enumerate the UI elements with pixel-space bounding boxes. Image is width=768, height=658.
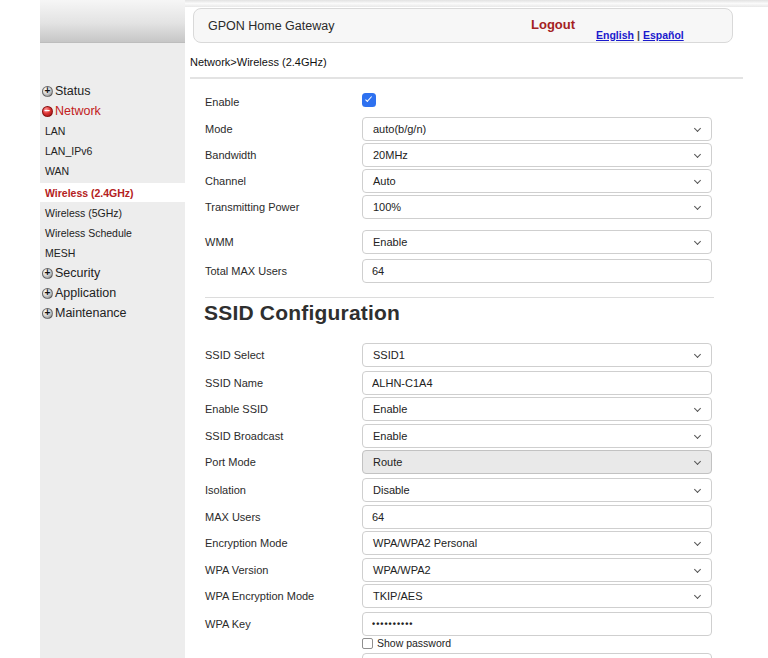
chevron-down-icon — [694, 458, 701, 465]
form-row-bandwidth: Bandwidth 20MHz — [205, 143, 715, 167]
sidebar-header-band — [40, 0, 185, 43]
show-password-checkbox[interactable] — [362, 638, 373, 649]
enable-checkbox[interactable] — [362, 93, 376, 107]
sidebar-item-wireless-2-4ghz[interactable]: Wireless (2.4GHz) — [40, 183, 185, 202]
bandwidth-select[interactable]: 20MHz — [362, 143, 712, 167]
sidebar-item-application[interactable]: Application — [40, 283, 185, 303]
form-row-enable-ssid: Enable SSID Enable — [205, 397, 715, 421]
field-label: WMM — [205, 230, 234, 254]
section-divider — [205, 297, 714, 298]
gateway-title: GPON Home Gateway — [208, 9, 334, 43]
sidebar-item-mesh[interactable]: MESH — [40, 243, 185, 263]
encryption-mode-select[interactable]: WPA/WPA2 Personal — [362, 531, 712, 555]
form-row-channel: Channel Auto — [205, 169, 715, 193]
sidebar-item-wan[interactable]: WAN — [40, 161, 185, 181]
plus-sphere-icon — [42, 308, 53, 319]
wpa-version-select[interactable]: WPA/WPA2 — [362, 558, 712, 582]
enable-ssid-select[interactable]: Enable — [362, 397, 712, 421]
sidebar-item-security[interactable]: Security — [40, 263, 185, 283]
sidebar-item-lan-ipv6[interactable]: LAN_IPv6 — [40, 141, 185, 161]
chevron-down-icon — [694, 432, 701, 439]
sidebar-item-label: WAN — [45, 165, 69, 177]
checkmark-icon — [365, 95, 372, 103]
logout-link[interactable]: Logout — [531, 9, 575, 40]
ssid-broadcast-select[interactable]: Enable — [362, 424, 712, 448]
top-strip — [185, 0, 768, 7]
field-label: Enable SSID — [205, 397, 268, 421]
form-row-wpa-key: WPA Key — [205, 612, 715, 636]
show-password-label: Show password — [377, 637, 451, 650]
form-row-port-mode: Port Mode Route — [205, 450, 715, 474]
field-label: Channel — [205, 169, 246, 193]
ssid-name-input[interactable] — [362, 371, 712, 395]
chevron-down-icon — [694, 238, 701, 245]
chevron-down-icon — [694, 203, 701, 210]
language-spanish-link[interactable]: Español — [643, 29, 684, 41]
max-users-input[interactable] — [362, 505, 712, 529]
sidebar-item-label: LAN — [45, 125, 65, 137]
sidebar-item-network[interactable]: Network — [40, 101, 185, 121]
sidebar-item-label: Application — [55, 286, 116, 300]
ssid-configuration-heading: SSID Configuration — [204, 301, 400, 325]
mode-select[interactable]: auto(b/g/n) — [362, 117, 712, 141]
field-label: Total MAX Users — [205, 259, 287, 283]
minus-sphere-icon — [42, 106, 53, 117]
form-row-show-password: Show password — [205, 637, 715, 650]
form-row-transmitting-power: Transmitting Power 100% — [205, 195, 715, 219]
total-max-users-input[interactable] — [362, 259, 712, 283]
chevron-down-icon — [694, 566, 701, 573]
wpa-key-input[interactable] — [362, 612, 712, 636]
wireless-settings-page: Status Network LAN LAN_IPv6 WAN Wireless… — [0, 0, 768, 658]
chevron-down-icon — [694, 351, 701, 358]
sidebar-item-lan[interactable]: LAN — [40, 121, 185, 141]
isolation-select[interactable]: Disable — [362, 478, 712, 502]
field-label: Enable — [205, 90, 239, 114]
field-label: Isolation — [205, 478, 246, 502]
field-label: Transmitting Power — [205, 195, 299, 219]
wpa-encryption-mode-select[interactable]: TKIP/AES — [362, 584, 712, 608]
plus-sphere-icon — [42, 268, 53, 279]
form-row-total-max-users: Total MAX Users — [205, 259, 715, 283]
plus-sphere-icon — [42, 86, 53, 97]
sidebar-item-label: Maintenance — [55, 306, 127, 320]
form-row-ssid-broadcast: SSID Broadcast Enable — [205, 424, 715, 448]
sidebar-item-wireless-schedule[interactable]: Wireless Schedule — [40, 223, 185, 243]
section-divider — [190, 77, 743, 79]
wmm-select[interactable]: Enable — [362, 230, 712, 254]
form-row-isolation: Isolation Disable — [205, 478, 715, 502]
field-label: MAX Users — [205, 505, 261, 529]
language-switcher: English|Español — [596, 29, 684, 41]
field-label: Encryption Mode — [205, 531, 288, 555]
sidebar-item-label: Wireless (5GHz) — [45, 207, 122, 219]
form-row-mode: Mode auto(b/g/n) — [205, 117, 715, 141]
form-row-wmm: WMM Enable — [205, 230, 715, 254]
breadcrumb: Network>Wireless (2.4GHz) — [190, 56, 327, 68]
sidebar-item-label: Wireless (2.4GHz) — [45, 187, 134, 199]
form-row-ssid-name: SSID Name — [205, 371, 715, 395]
chevron-down-icon — [694, 125, 701, 132]
next-field-partial-input[interactable] — [362, 653, 712, 658]
sidebar-menu: Status Network LAN LAN_IPv6 WAN Wireless… — [40, 81, 185, 323]
field-label: SSID Name — [205, 371, 263, 395]
form-row-max-users: MAX Users — [205, 505, 715, 529]
language-english-link[interactable]: English — [596, 29, 634, 41]
field-label: Mode — [205, 117, 233, 141]
field-label: WPA Encryption Mode — [205, 584, 314, 608]
chevron-down-icon — [694, 405, 701, 412]
sidebar-item-status[interactable]: Status — [40, 81, 185, 101]
sidebar-item-maintenance[interactable]: Maintenance — [40, 303, 185, 323]
form-row-ssid-select: SSID Select SSID1 — [205, 343, 715, 367]
plus-sphere-icon — [42, 288, 53, 299]
channel-select[interactable]: Auto — [362, 169, 712, 193]
transmitting-power-select[interactable]: 100% — [362, 195, 712, 219]
sidebar-item-label: Status — [55, 84, 90, 98]
field-label: WPA Key — [205, 612, 251, 636]
chevron-down-icon — [694, 177, 701, 184]
chevron-down-icon — [694, 539, 701, 546]
sidebar-item-wireless-5ghz[interactable]: Wireless (5GHz) — [40, 203, 185, 223]
language-separator: | — [637, 29, 640, 41]
gateway-header: GPON Home Gateway Logout English|Español — [193, 8, 733, 43]
port-mode-select: Route — [362, 450, 712, 474]
form-row-enable: Enable — [205, 90, 715, 114]
ssid-select[interactable]: SSID1 — [362, 343, 712, 367]
